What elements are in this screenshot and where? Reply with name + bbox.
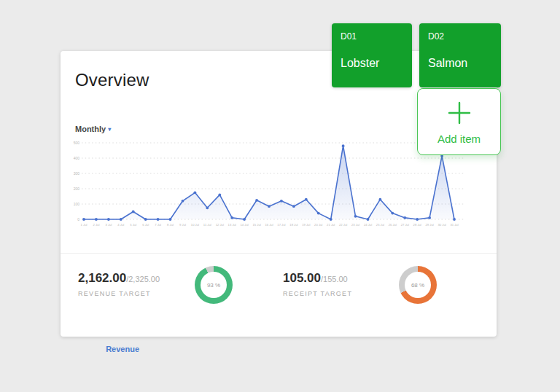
svg-text:400: 400 <box>74 156 80 160</box>
svg-text:300: 300 <box>74 171 80 176</box>
svg-text:23 Jul: 23 Jul <box>351 223 359 227</box>
receipt-value: 105.00 <box>283 271 321 285</box>
svg-text:18 Jul: 18 Jul <box>289 223 298 227</box>
svg-text:16 Jul: 16 Jul <box>265 223 273 227</box>
svg-text:2 Jul: 2 Jul <box>93 223 99 227</box>
svg-text:5 Jul: 5 Jul <box>130 223 136 227</box>
svg-text:200: 200 <box>74 187 80 191</box>
page-title: Overview <box>75 70 149 90</box>
svg-text:4 Jul: 4 Jul <box>117 223 124 227</box>
receipt-percent: 68 % <box>411 282 424 289</box>
svg-text:22 Jul: 22 Jul <box>339 223 347 227</box>
receipt-target: /155.00 <box>321 275 348 283</box>
revenue-target-label: REVENUE TARGET <box>78 290 160 297</box>
revenue-progress-donut: 93 % <box>195 266 233 304</box>
svg-text:100: 100 <box>74 202 80 206</box>
chart-period-label: Monthly <box>75 125 106 133</box>
receipt-target-label: RECEIPT TARGET <box>283 290 352 297</box>
svg-text:29 Jul: 29 Jul <box>426 223 434 227</box>
svg-text:9 Jul: 9 Jul <box>179 223 186 227</box>
svg-text:1 Jul: 1 Jul <box>81 223 88 227</box>
svg-text:12 Jul: 12 Jul <box>216 223 224 227</box>
svg-text:20 Jul: 20 Jul <box>314 223 322 227</box>
svg-text:28 Jul: 28 Jul <box>413 223 421 227</box>
svg-text:14 Jul: 14 Jul <box>241 223 249 227</box>
svg-text:13 Jul: 13 Jul <box>228 223 236 227</box>
receipt-target-metric: 105.00/155.00 RECEIPT TARGET <box>283 271 352 297</box>
section-divider <box>61 253 497 254</box>
item-name: Salmon <box>428 57 467 70</box>
revenue-target: /2,325.00 <box>126 275 160 283</box>
svg-text:15 Jul: 15 Jul <box>253 223 261 227</box>
revenue-percent: 93 % <box>207 282 220 289</box>
revenue-value: 2,162.00 <box>78 271 126 285</box>
svg-text:26 Jul: 26 Jul <box>389 223 397 227</box>
dashboard-page: Overview MonthlyRevenue ▾ 50040030020010… <box>0 0 560 392</box>
svg-text:8 Jul: 8 Jul <box>167 223 174 227</box>
svg-text:10 Jul: 10 Jul <box>191 223 199 227</box>
svg-text:21 Jul: 21 Jul <box>327 223 335 227</box>
svg-text:19 Jul: 19 Jul <box>302 223 310 227</box>
svg-text:17 Jul: 17 Jul <box>277 223 285 227</box>
add-item-label: Add item <box>438 133 481 145</box>
svg-text:27 Jul: 27 Jul <box>401 223 409 227</box>
svg-text:31 Jul: 31 Jul <box>450 223 458 227</box>
svg-text:25 Jul: 25 Jul <box>376 223 384 227</box>
svg-text:30 Jul: 30 Jul <box>438 223 446 227</box>
svg-text:0: 0 <box>77 217 79 222</box>
svg-text:500: 500 <box>74 141 80 145</box>
item-code: D01 <box>341 31 403 42</box>
svg-text:7 Jul: 7 Jul <box>155 223 161 227</box>
chevron-down-icon: ▾ <box>108 126 111 133</box>
item-card-lobster[interactable]: D01 Lobster <box>332 23 412 87</box>
item-card-salmon[interactable]: D02 Salmon <box>419 23 501 87</box>
add-item-button[interactable]: Add item <box>417 88 501 155</box>
receipt-progress-donut: 68 % <box>399 266 437 304</box>
chart-period-selector[interactable]: MonthlyRevenue ▾ <box>75 125 111 133</box>
svg-text:11 Jul: 11 Jul <box>203 223 211 227</box>
item-name: Lobster <box>341 57 379 70</box>
item-code: D02 <box>428 31 492 42</box>
revenue-target-metric: 2,162.00/2,325.00 REVENUE TARGET <box>78 271 160 297</box>
plus-icon <box>447 101 472 125</box>
svg-text:24 Jul: 24 Jul <box>364 223 372 227</box>
svg-text:3 Jul: 3 Jul <box>105 223 112 227</box>
svg-text:6 Jul: 6 Jul <box>142 223 149 227</box>
chart-metric-label: Revenue <box>106 345 139 353</box>
